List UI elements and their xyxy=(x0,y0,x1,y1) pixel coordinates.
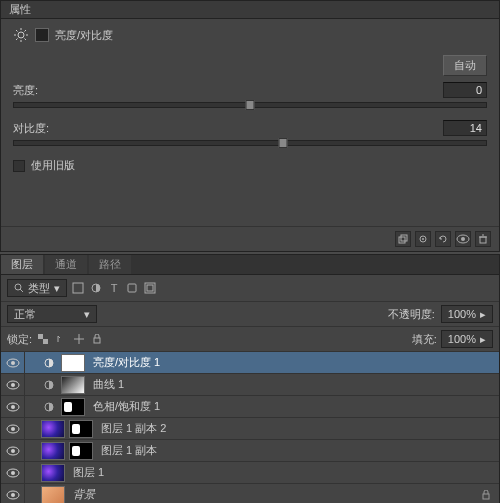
layer-mask-thumb[interactable] xyxy=(69,442,93,460)
toggle-visibility-icon[interactable] xyxy=(455,231,471,247)
lock-position-icon[interactable] xyxy=(72,332,86,346)
contrast-input[interactable] xyxy=(443,120,487,136)
filter-shape-icon[interactable] xyxy=(125,281,139,295)
filter-smart-icon[interactable] xyxy=(143,281,157,295)
svg-point-34 xyxy=(11,383,15,387)
svg-rect-22 xyxy=(128,284,136,292)
svg-rect-29 xyxy=(94,338,100,343)
chevron-down-icon: ▾ xyxy=(84,308,90,321)
brightness-slider-thumb[interactable] xyxy=(246,100,255,110)
lock-all-icon[interactable] xyxy=(90,332,104,346)
filter-type-icon[interactable]: T xyxy=(107,281,121,295)
lock-transparent-icon[interactable] xyxy=(36,332,50,346)
svg-rect-9 xyxy=(399,237,405,243)
layers-tabs: 图层 通道 路径 xyxy=(1,255,499,275)
properties-footer xyxy=(1,226,499,251)
blend-opacity-row: 正常 ▾ 不透明度: 100% ▸ xyxy=(1,302,499,327)
svg-rect-25 xyxy=(38,334,43,339)
auto-button[interactable]: 自动 xyxy=(443,55,487,76)
clip-to-layer-icon[interactable] xyxy=(395,231,411,247)
legacy-checkbox[interactable] xyxy=(13,160,25,172)
filter-adjustment-icon[interactable] xyxy=(89,281,103,295)
properties-header: 属性 xyxy=(1,1,499,19)
layer-mask-thumb[interactable] xyxy=(69,420,93,438)
layer-mask-thumb[interactable] xyxy=(61,354,85,372)
lock-label: 锁定: xyxy=(7,332,32,347)
opacity-input[interactable]: 100% ▸ xyxy=(441,305,493,323)
layer-row[interactable]: 图层 1 xyxy=(1,462,499,484)
tab-paths[interactable]: 路径 xyxy=(89,255,131,274)
svg-point-46 xyxy=(11,493,15,497)
lock-icon xyxy=(481,490,491,500)
layer-mask-thumb[interactable] xyxy=(61,376,85,394)
brightness-label: 亮度: xyxy=(13,83,38,98)
svg-rect-20 xyxy=(73,283,83,293)
adjustment-icon xyxy=(39,374,59,395)
legacy-label: 使用旧版 xyxy=(31,158,75,173)
layer-list: 亮度/对比度 1 曲线 1 色相/饱和度 1 图层 1 副本 2 xyxy=(1,352,499,503)
blend-mode-dropdown[interactable]: 正常 ▾ xyxy=(7,305,97,323)
lock-fill-row: 锁定: 填充: 100% ▸ xyxy=(1,327,499,352)
layer-mask-thumb[interactable] xyxy=(61,398,85,416)
layer-row[interactable]: 亮度/对比度 1 xyxy=(1,352,499,374)
visibility-toggle[interactable] xyxy=(1,396,25,417)
visibility-toggle[interactable] xyxy=(1,462,25,483)
contrast-slider-thumb[interactable] xyxy=(279,138,288,148)
svg-point-0 xyxy=(18,32,24,38)
properties-title: 属性 xyxy=(9,2,31,17)
layer-row[interactable]: 曲线 1 xyxy=(1,374,499,396)
visibility-toggle[interactable] xyxy=(1,440,25,461)
visibility-toggle[interactable] xyxy=(1,418,25,439)
chevron-down-icon: ▸ xyxy=(480,333,486,346)
tab-channels[interactable]: 通道 xyxy=(45,255,87,274)
layer-row[interactable]: 色相/饱和度 1 xyxy=(1,396,499,418)
brightness-row: 亮度: xyxy=(13,82,487,98)
layer-thumb[interactable] xyxy=(41,442,65,460)
layer-row[interactable]: 背景 xyxy=(1,484,499,503)
reset-icon[interactable] xyxy=(435,231,451,247)
brightness-slider[interactable] xyxy=(13,102,487,108)
svg-point-40 xyxy=(11,427,15,431)
legacy-row: 使用旧版 xyxy=(13,158,487,173)
brightness-input[interactable] xyxy=(443,82,487,98)
svg-line-8 xyxy=(25,30,27,32)
layer-row[interactable]: 图层 1 副本 xyxy=(1,440,499,462)
layer-row[interactable]: 图层 1 副本 2 xyxy=(1,418,499,440)
contrast-label: 对比度: xyxy=(13,121,49,136)
adjustment-icon xyxy=(39,396,59,417)
svg-rect-47 xyxy=(483,494,489,499)
svg-point-37 xyxy=(11,405,15,409)
tab-layers[interactable]: 图层 xyxy=(1,255,43,274)
svg-point-14 xyxy=(461,237,465,241)
layer-name: 图层 1 xyxy=(73,465,104,480)
layer-name: 图层 1 副本 2 xyxy=(101,421,166,436)
opacity-value: 100% xyxy=(448,308,476,320)
filter-kind-label: 类型 xyxy=(28,281,50,296)
layer-name: 曲线 1 xyxy=(93,377,124,392)
visibility-toggle[interactable] xyxy=(1,484,25,503)
contrast-row: 对比度: xyxy=(13,120,487,136)
fill-input[interactable]: 100% ▸ xyxy=(441,330,493,348)
brightness-contrast-icon xyxy=(13,27,29,43)
svg-rect-24 xyxy=(147,285,153,291)
filter-kind-dropdown[interactable]: 类型 ▾ xyxy=(7,279,67,297)
layer-filter-toolbar: 类型 ▾ T xyxy=(1,275,499,302)
properties-body: 亮度/对比度 自动 亮度: 对比度: 使用旧版 xyxy=(1,19,499,226)
layer-thumb[interactable] xyxy=(41,486,65,504)
filter-pixel-icon[interactable] xyxy=(71,281,85,295)
opacity-label: 不透明度: xyxy=(388,307,435,322)
layer-thumb[interactable] xyxy=(41,420,65,438)
contrast-slider[interactable] xyxy=(13,140,487,146)
lock-image-icon[interactable] xyxy=(54,332,68,346)
svg-point-31 xyxy=(11,361,15,365)
svg-line-6 xyxy=(25,39,27,41)
view-previous-icon[interactable] xyxy=(415,231,431,247)
properties-panel: 属性 亮度/对比度 自动 亮度: 对比度: 使用旧版 xyxy=(0,0,500,252)
search-icon xyxy=(14,283,24,293)
layer-thumb[interactable] xyxy=(41,464,65,482)
svg-rect-15 xyxy=(480,237,486,243)
svg-point-12 xyxy=(422,238,424,240)
visibility-toggle[interactable] xyxy=(1,374,25,395)
visibility-toggle[interactable] xyxy=(1,352,25,373)
delete-adjustment-icon[interactable] xyxy=(475,231,491,247)
